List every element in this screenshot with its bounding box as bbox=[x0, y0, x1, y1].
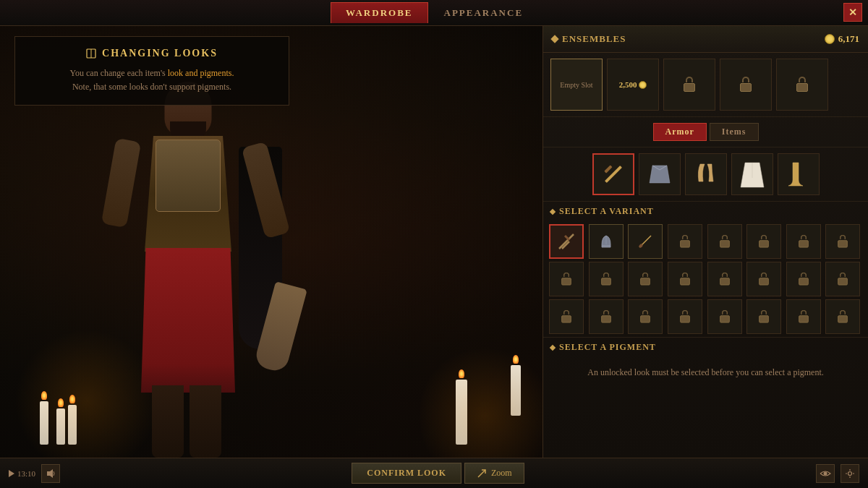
tab-wardrobe[interactable]: WARDROBE bbox=[331, 2, 428, 23]
bottom-bar: 13:10 CONFIRM LOOK Zoom bbox=[0, 458, 868, 488]
variant-cell-13[interactable] bbox=[746, 262, 781, 296]
variant-diamond-icon bbox=[550, 208, 556, 214]
variant-cell-15[interactable] bbox=[825, 262, 860, 296]
armor-piece-boots[interactable] bbox=[778, 153, 820, 195]
variant-cell-7[interactable] bbox=[825, 224, 860, 259]
vs-body-18 bbox=[640, 315, 650, 322]
variant-grid[interactable] bbox=[543, 221, 868, 337]
variant-lock-17 bbox=[600, 310, 611, 324]
ensemble-slot-price[interactable]: 2,500 bbox=[607, 59, 659, 111]
ensemble-slot-locked-1[interactable] bbox=[663, 59, 715, 111]
category-tabs: Armor Items bbox=[543, 117, 868, 147]
ensemble-price: 2,500 bbox=[619, 80, 647, 89]
variant-cell-20[interactable] bbox=[707, 299, 742, 334]
variant-cell-4[interactable] bbox=[707, 224, 742, 259]
eye-button[interactable] bbox=[816, 464, 835, 483]
variant-cell-2[interactable] bbox=[628, 224, 663, 259]
variant-cell-3[interactable] bbox=[668, 224, 702, 259]
variant-cell-10[interactable] bbox=[628, 262, 663, 296]
variant-cell-6[interactable] bbox=[786, 224, 821, 259]
chest-icon bbox=[645, 160, 674, 189]
vs-shackle-19 bbox=[682, 310, 689, 315]
vs-shackle-6 bbox=[801, 235, 807, 240]
ensemble-empty-label: Empty Slot bbox=[560, 80, 592, 90]
char-armor-chest bbox=[156, 140, 221, 212]
play-icon bbox=[9, 470, 14, 477]
variant-cell-9[interactable] bbox=[589, 262, 624, 296]
variant-lock-15 bbox=[838, 273, 848, 286]
variant-helmet-icon bbox=[596, 231, 616, 252]
variant-cell-19[interactable] bbox=[668, 299, 702, 334]
confirm-look-button[interactable]: CONFIRM LOOK bbox=[352, 463, 461, 484]
armor-piece-robe[interactable] bbox=[731, 153, 773, 195]
variant-lock-10 bbox=[640, 273, 651, 286]
ensemble-slot-locked-2[interactable] bbox=[720, 59, 772, 111]
ensembles-header: ENSEMBLES 6,171 bbox=[543, 26, 868, 53]
zoom-button[interactable]: Zoom bbox=[464, 463, 524, 484]
vs-body-10 bbox=[640, 278, 650, 285]
vs-shackle-11 bbox=[682, 273, 689, 278]
weapon-icon bbox=[599, 160, 628, 189]
armor-piece-arms[interactable] bbox=[685, 153, 727, 195]
settings-icon bbox=[845, 468, 855, 479]
ensembles-title: ENSEMBLES bbox=[552, 33, 626, 45]
lock-body-1 bbox=[684, 83, 695, 92]
vs-shackle-18 bbox=[642, 310, 649, 315]
vs-body-9 bbox=[601, 278, 611, 285]
variant-cell-21[interactable] bbox=[746, 299, 781, 334]
variant-cell-11[interactable] bbox=[668, 262, 702, 296]
char-skirt bbox=[141, 248, 235, 393]
variant-lock-19 bbox=[679, 310, 690, 324]
char-leg-right bbox=[190, 385, 221, 458]
vs-shackle-9 bbox=[603, 273, 609, 278]
variant-cell-17[interactable] bbox=[589, 299, 624, 334]
tab-armor[interactable]: Armor bbox=[653, 123, 707, 141]
variant-cell-5[interactable] bbox=[746, 224, 781, 259]
lock-body-2 bbox=[740, 83, 752, 92]
close-button[interactable]: ✕ bbox=[843, 3, 862, 22]
vs-shackle-23 bbox=[840, 310, 846, 315]
select-pigment-header: SELECT A PIGMENT bbox=[543, 337, 868, 357]
variant-cell-8[interactable] bbox=[549, 262, 584, 296]
tab-items[interactable]: Items bbox=[710, 123, 759, 141]
time-display: 13:10 bbox=[9, 469, 35, 478]
vs-body-13 bbox=[759, 278, 769, 285]
armor-boots-inner bbox=[778, 154, 819, 194]
variant-cell-0[interactable] bbox=[549, 224, 584, 259]
tab-appearance[interactable]: APPEARANCE bbox=[430, 3, 538, 23]
armor-arms-inner bbox=[686, 154, 726, 194]
armor-piece-chest[interactable] bbox=[639, 153, 681, 195]
variant-cell-12[interactable] bbox=[707, 262, 742, 296]
variant-lock-3 bbox=[679, 235, 690, 249]
variant-cell-22[interactable] bbox=[786, 299, 821, 334]
boots-icon bbox=[784, 160, 813, 189]
ensemble-slot-empty[interactable]: Empty Slot bbox=[550, 59, 603, 111]
diamond-icon bbox=[550, 35, 558, 43]
ensemble-slot-locked-3[interactable] bbox=[776, 59, 828, 111]
variant-cell-14[interactable] bbox=[786, 262, 821, 296]
gold-count: 6,171 bbox=[825, 33, 859, 45]
armor-piece-weapon[interactable] bbox=[592, 153, 634, 195]
char-left-arm bbox=[101, 138, 141, 228]
vs-body-19 bbox=[680, 315, 690, 322]
armor-robe-inner bbox=[732, 154, 773, 194]
gold-coin-icon bbox=[825, 34, 835, 44]
svg-point-15 bbox=[848, 471, 852, 475]
variant-lock-8 bbox=[561, 273, 571, 286]
ensemble-slots: Empty Slot 2,500 bbox=[543, 53, 868, 117]
char-leg-left bbox=[152, 385, 184, 458]
svg-point-14 bbox=[824, 471, 827, 475]
info-panel: CHANGING LOOKS You can change each item'… bbox=[14, 36, 289, 106]
variant-lock-14 bbox=[798, 273, 809, 286]
info-panel-title: CHANGING LOOKS bbox=[28, 48, 276, 59]
variant-cell-1[interactable] bbox=[589, 224, 624, 259]
variant-cell-18[interactable] bbox=[628, 299, 663, 334]
svg-marker-12 bbox=[47, 469, 53, 478]
settings-button[interactable] bbox=[841, 464, 859, 483]
variant-cell-16[interactable] bbox=[549, 299, 584, 334]
vs-body-12 bbox=[720, 278, 730, 285]
sound-button[interactable] bbox=[41, 464, 60, 483]
variant-cell-23[interactable] bbox=[825, 299, 860, 334]
eye-icon bbox=[820, 469, 831, 478]
variant-lock-4 bbox=[719, 235, 730, 249]
